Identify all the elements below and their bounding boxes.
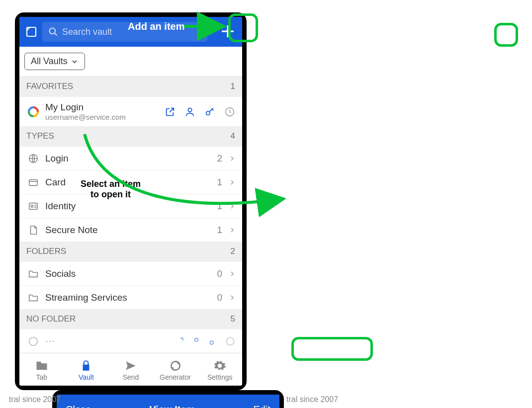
svg-point-12 xyxy=(227,337,234,345)
key-icon[interactable] xyxy=(204,106,215,117)
folder-icon xyxy=(26,292,40,303)
globe-icon xyxy=(26,153,40,164)
filter-row: All Vaults xyxy=(19,47,242,77)
svg-rect-6 xyxy=(29,179,38,185)
svg-point-1 xyxy=(50,28,56,34)
bg-text-left: tral since 2007 xyxy=(9,395,61,404)
svg-point-10 xyxy=(195,338,198,341)
folders-header: FOLDERS2 xyxy=(19,242,242,261)
annotation-select-item: Select an item to open it xyxy=(81,179,141,199)
nav-settings[interactable]: Settings xyxy=(197,353,242,386)
favorite-item[interactable]: My Login username@service.com xyxy=(19,96,242,126)
close-button[interactable]: Close xyxy=(66,404,91,408)
no-folder-header: NO FOLDER5 xyxy=(19,309,242,329)
card-icon xyxy=(26,177,40,188)
svg-point-8 xyxy=(31,205,33,207)
bg-text-right: tral since 2007 xyxy=(286,395,338,404)
type-login[interactable]: Login 2 xyxy=(19,146,242,170)
vault-list-screen: Search vault All Vaults FAVORITES1 My Lo… xyxy=(15,12,247,390)
svg-point-9 xyxy=(29,337,38,345)
type-note[interactable]: Secure Note 1 xyxy=(19,218,242,242)
id-icon xyxy=(26,201,40,212)
popout-icon[interactable] xyxy=(25,26,37,38)
folder-icon xyxy=(26,268,40,279)
annotation-add-item: Add an item xyxy=(128,21,184,32)
launch-icon[interactable] xyxy=(165,106,176,117)
nav-generator[interactable]: Generator xyxy=(153,353,198,386)
highlight-edit xyxy=(494,23,518,47)
truncated-item[interactable]: ⋯ xyxy=(19,329,242,353)
svg-point-2 xyxy=(188,108,191,111)
nav-vault[interactable]: Vault xyxy=(64,353,109,386)
svg-point-3 xyxy=(206,111,210,115)
folder-socials[interactable]: Socials 0 xyxy=(19,261,242,285)
detail-title: View Item xyxy=(149,404,195,408)
highlight-delete xyxy=(291,337,373,361)
item-detail-screen: Close View Item Edit ITEM INFORMATION Na… xyxy=(52,390,284,408)
types-header: TYPES4 xyxy=(19,126,242,146)
search-placeholder: Search vault xyxy=(62,27,112,37)
detail-header: Close View Item Edit xyxy=(57,395,279,408)
bottom-nav: Tab Vault Send Generator Settings xyxy=(19,353,242,386)
svg-point-11 xyxy=(210,341,213,344)
edit-button[interactable]: Edit xyxy=(254,404,270,408)
google-icon xyxy=(26,106,40,117)
favorites-header: FAVORITES1 xyxy=(19,77,242,96)
search-icon xyxy=(48,27,58,37)
add-item-button[interactable] xyxy=(214,18,241,45)
folder-streaming[interactable]: Streaming Services 0 xyxy=(19,285,242,309)
note-icon xyxy=(26,225,40,236)
vault-filter[interactable]: All Vaults xyxy=(24,53,85,70)
globe-icon xyxy=(26,336,40,347)
nav-send[interactable]: Send xyxy=(108,353,153,386)
clock-icon[interactable] xyxy=(224,106,235,117)
user-icon[interactable] xyxy=(184,106,195,117)
nav-tab[interactable]: Tab xyxy=(19,353,64,386)
